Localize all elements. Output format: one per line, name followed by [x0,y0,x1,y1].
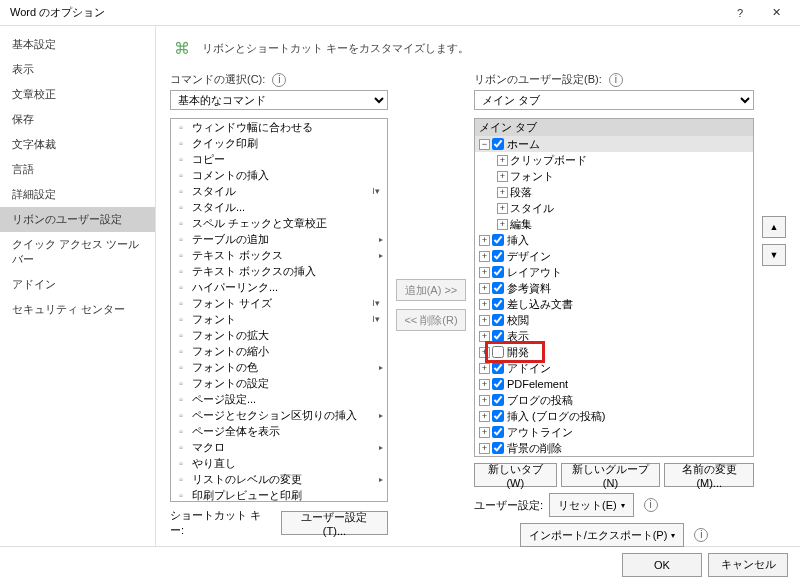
command-item[interactable]: ▫リストのレベルの変更▸ [171,471,387,487]
tree-node[interactable]: +レイアウト [475,264,753,280]
tree-node[interactable]: +ブログの投稿 [475,392,753,408]
command-item[interactable]: ▫テキスト ボックスの挿入 [171,263,387,279]
tree-node[interactable]: +校閲 [475,312,753,328]
command-item[interactable]: ▫フォントの色▸ [171,359,387,375]
command-item[interactable]: ▫印刷プレビューと印刷 [171,487,387,502]
tree-checkbox[interactable] [492,394,504,406]
command-item[interactable]: ▫ページ全体を表示 [171,423,387,439]
expand-icon[interactable]: + [479,235,490,246]
command-item[interactable]: ▫フォントI▾ [171,311,387,327]
collapse-icon[interactable]: − [479,139,490,150]
expand-icon[interactable]: + [479,331,490,342]
command-item[interactable]: ▫コメントの挿入 [171,167,387,183]
tree-checkbox[interactable] [492,314,504,326]
sidebar-item[interactable]: 保存 [0,107,155,132]
command-item[interactable]: ▫クイック印刷 [171,135,387,151]
command-item[interactable]: ▫スタイルI▾ [171,183,387,199]
tree-node[interactable]: −ホーム [475,136,753,152]
tree-node[interactable]: +開発 [475,344,753,360]
tree-checkbox[interactable] [492,330,504,342]
sidebar-item[interactable]: 文字体裁 [0,132,155,157]
ribbon-combo[interactable]: メイン タブ [474,90,754,110]
tree-node[interactable]: +挿入 (ブログの投稿) [475,408,753,424]
tree-checkbox[interactable] [492,250,504,262]
tree-node[interactable]: +デザイン [475,248,753,264]
command-item[interactable]: ▫テキスト ボックス▸ [171,247,387,263]
help-icon[interactable]: i [644,498,658,512]
tree-node[interactable]: +フォント [475,168,753,184]
tree-node[interactable]: +PDFelement [475,376,753,392]
command-item[interactable]: ▫フォントの設定 [171,375,387,391]
new-group-button[interactable]: 新しいグループ(N) [561,463,661,487]
sidebar-item[interactable]: リボンのユーザー設定 [0,207,155,232]
sidebar-item[interactable]: 文章校正 [0,82,155,107]
command-item[interactable]: ▫フォントの縮小 [171,343,387,359]
expand-icon[interactable]: + [479,283,490,294]
new-tab-button[interactable]: 新しいタブ(W) [474,463,557,487]
command-item[interactable]: ▫フォント サイズI▾ [171,295,387,311]
expand-icon[interactable]: + [497,219,508,230]
tree-node[interactable]: +段落 [475,184,753,200]
rename-button[interactable]: 名前の変更(M)... [664,463,754,487]
command-item[interactable]: ▫テーブルの追加▸ [171,231,387,247]
command-item[interactable]: ▫フォントの拡大 [171,327,387,343]
ribbon-tree[interactable]: メイン タブ −ホーム+クリップボード+フォント+段落+スタイル+編集+挿入+デ… [474,118,754,457]
move-up-button[interactable]: ▲ [762,216,786,238]
tree-node[interactable]: +挿入 [475,232,753,248]
add-button[interactable]: 追加(A) >> [396,279,466,301]
tree-checkbox[interactable] [492,362,504,374]
expand-icon[interactable]: + [497,203,508,214]
tree-node[interactable]: +クリップボード [475,152,753,168]
help-icon[interactable]: i [272,73,286,87]
tree-checkbox[interactable] [492,442,504,454]
remove-button[interactable]: << 削除(R) [396,309,466,331]
command-item[interactable]: ▫ページ設定... [171,391,387,407]
tree-checkbox[interactable] [492,378,504,390]
sidebar-item[interactable]: アドイン [0,272,155,297]
expand-icon[interactable]: + [479,395,490,406]
import-export-button[interactable]: インポート/エクスポート(P) [520,523,685,547]
command-item[interactable]: ▫マクロ▸ [171,439,387,455]
move-down-button[interactable]: ▼ [762,244,786,266]
expand-icon[interactable]: + [479,347,490,358]
commands-combo[interactable]: 基本的なコマンド [170,90,388,110]
command-item[interactable]: ▫ページとセクション区切りの挿入▸ [171,407,387,423]
tree-node[interactable]: +差し込み文書 [475,296,753,312]
expand-icon[interactable]: + [479,411,490,422]
command-item[interactable]: ▫ウィンドウ幅に合わせる [171,119,387,135]
expand-icon[interactable]: + [497,187,508,198]
help-icon[interactable]: i [694,528,708,542]
expand-icon[interactable]: + [497,171,508,182]
tree-checkbox[interactable] [492,346,504,358]
close-button[interactable]: ✕ [758,2,794,24]
cancel-button[interactable]: キャンセル [708,553,788,577]
expand-icon[interactable]: + [479,427,490,438]
expand-icon[interactable]: + [479,379,490,390]
sidebar-item[interactable]: セキュリティ センター [0,297,155,322]
sidebar-item[interactable]: 表示 [0,57,155,82]
tree-checkbox[interactable] [492,298,504,310]
help-icon[interactable]: i [609,73,623,87]
tree-checkbox[interactable] [492,282,504,294]
command-item[interactable]: ▫コピー [171,151,387,167]
customize-shortcuts-button[interactable]: ユーザー設定(T)... [281,511,388,535]
tree-node[interactable]: +参考資料 [475,280,753,296]
sidebar-item[interactable]: 基本設定 [0,32,155,57]
tree-node[interactable]: +背景の削除 [475,440,753,456]
expand-icon[interactable]: + [479,251,490,262]
tree-node[interactable]: +表示 [475,328,753,344]
tree-checkbox[interactable] [492,266,504,278]
expand-icon[interactable]: + [479,315,490,326]
sidebar-item[interactable]: 詳細設定 [0,182,155,207]
tree-checkbox[interactable] [492,138,504,150]
command-item[interactable]: ▫やり直し [171,455,387,471]
expand-icon[interactable]: + [479,363,490,374]
tree-checkbox[interactable] [492,426,504,438]
command-item[interactable]: ▫スペル チェックと文章校正 [171,215,387,231]
expand-icon[interactable]: + [479,443,490,454]
expand-icon[interactable]: + [497,155,508,166]
tree-checkbox[interactable] [492,410,504,422]
commands-listbox[interactable]: ▫ウィンドウ幅に合わせる▫クイック印刷▫コピー▫コメントの挿入▫スタイルI▾▫ス… [170,118,388,502]
tree-node[interactable]: +編集 [475,216,753,232]
help-button[interactable]: ? [722,2,758,24]
